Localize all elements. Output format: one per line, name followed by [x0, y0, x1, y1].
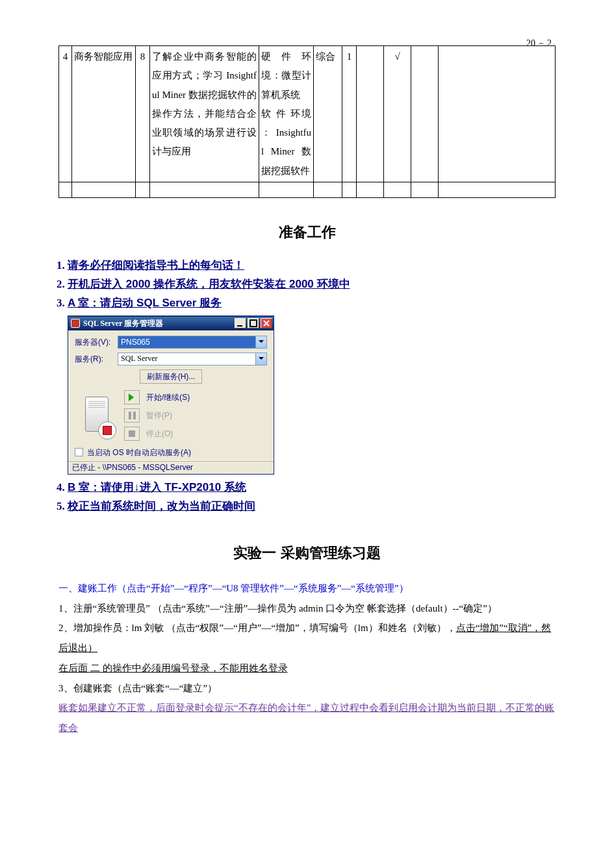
experiment-body: 一、建账工作（点击“开始”—“程序”—“U8 管理软件”—“系统服务”—“系统管… — [58, 578, 556, 738]
col-e: 硬 件 环境：微型计算机系统 软 件 环境 ： Insightful Miner… — [259, 46, 314, 182]
page: 20－2 4 商务智能应用 8 了解企业中商务智能的应用方式；学习 Insigh… — [0, 0, 614, 868]
service-combo[interactable] — [118, 353, 267, 366]
col-g — [342, 182, 357, 197]
start-button[interactable] — [124, 390, 140, 404]
step-3: 3、创建账套（点击“账套“—“建立”） — [58, 678, 556, 699]
stop-button — [124, 427, 140, 441]
col-d — [150, 182, 259, 197]
dialog-body: 服务器(V): PNS065 服务(R): — [68, 330, 274, 460]
col-f — [314, 182, 342, 197]
service-row: 服务(R): — [75, 353, 267, 366]
col-b — [72, 182, 136, 197]
col-i: √ — [384, 46, 411, 182]
prep-item-2-text: 开机后进入 2000 操作系统，用友软件安装在 2000 环境中 — [68, 278, 350, 290]
prep-item-3: A 室：请启动 SQL Server 服务 SQL Server 服务管理器 — [68, 295, 556, 475]
col-k — [439, 46, 556, 182]
server-tower-icon — [81, 395, 115, 438]
pause-label: 暂停(P) — [146, 410, 172, 421]
close-button[interactable] — [261, 318, 272, 329]
col-a — [59, 182, 72, 197]
prep-item-5-text: 校正当前系统时间，改为当前正确时间 — [68, 500, 255, 512]
prep-item-1: 请务必仔细阅读指导书上的每句话！ — [68, 258, 556, 273]
server-combo[interactable]: PNS065 — [118, 336, 267, 349]
col-i — [384, 182, 411, 197]
page-number: 20－2 — [526, 38, 552, 49]
service-label: 服务(R): — [75, 354, 118, 364]
col-e — [259, 182, 314, 197]
outline-table: 4 商务智能应用 8 了解企业中商务智能的应用方式；学习 Insightful … — [58, 45, 556, 198]
prep-list: 请务必仔细阅读指导书上的每句话！ 开机后进入 2000 操作系统，用友软件安装在… — [58, 258, 556, 514]
refresh-row: 刷新服务(H)... — [75, 369, 267, 384]
step-1: 一、建账工作（点击“开始”—“程序”—“U8 管理软件”—“系统服务”—“系统管… — [58, 578, 556, 599]
step-2a: 1、注册“系统管理员” （点击“系统”—“注册”—操作员为 admin 口令为空… — [58, 599, 556, 619]
col-c — [136, 182, 150, 197]
col-j — [411, 46, 439, 182]
app-icon — [71, 319, 80, 328]
prep-item-5: 校正当前系统时间，改为当前正确时间 — [68, 499, 556, 514]
section-title-exp: 实验一 采购管理练习题 — [58, 543, 556, 563]
prep-item-4: B 室：请使用↓进入 TF-XP2010 系统 — [68, 480, 556, 495]
chevron-down-icon[interactable] — [255, 336, 266, 348]
window-controls — [235, 318, 272, 329]
svg-rect-1 — [250, 320, 257, 327]
chevron-down-icon[interactable] — [255, 353, 266, 365]
pause-button — [124, 408, 140, 423]
step-2b: 2、增加操作员：lm 刘敏 （点击“权限”—“用户”—“增加”，填写编号（lm）… — [58, 618, 556, 658]
server-label: 服务器(V): — [75, 337, 118, 347]
dialog-titlebar[interactable]: SQL Server 服务管理器 — [68, 316, 274, 330]
autostart-label: 当启动 OS 时自动启动服务(A) — [87, 447, 191, 458]
col-a: 4 — [59, 46, 72, 182]
play-icon — [129, 393, 138, 401]
refresh-label: 刷新服务(H)... — [147, 371, 196, 382]
maximize-button[interactable] — [248, 318, 259, 329]
service-value[interactable] — [118, 353, 255, 365]
action-buttons: 开始/继续(S) 暂停(P) 停止(O) — [124, 390, 190, 441]
svg-rect-0 — [237, 325, 242, 327]
stop-label: 停止(O) — [146, 428, 173, 439]
autostart-row: 当启动 OS 时自动启动服务(A) — [75, 447, 267, 458]
server-row: 服务器(V): PNS065 — [75, 336, 267, 349]
section-title-prep: 准备工作 — [58, 223, 556, 242]
prep-item-1-text: 请务必仔细阅读指导书上的每句话！ — [68, 259, 244, 271]
sqlserver-dialog: SQL Server 服务管理器 — [68, 316, 274, 475]
page-number-b: 2 — [547, 38, 552, 48]
refresh-button[interactable]: 刷新服务(H)... — [140, 369, 203, 384]
col-f: 综合 — [314, 46, 342, 182]
step-2b-pre: 2、增加操作员：lm 刘敏 （点击“权限”—“用户”—“增加”，填写编号（lm）… — [58, 623, 456, 633]
col-k — [439, 182, 556, 197]
autostart-checkbox[interactable] — [75, 448, 83, 456]
col-g: 1 — [342, 46, 357, 182]
step-2c: 在后面 二 的操作中必须用编号登录，不能用姓名登录 — [58, 658, 556, 678]
server-value: PNS065 — [118, 336, 255, 348]
start-label: 开始/继续(S) — [146, 392, 190, 403]
minimize-button[interactable] — [235, 318, 246, 329]
pause-icon — [129, 412, 136, 419]
dialog-statusbar: 已停止 - \\PNS065 - MSSQLServer — [68, 460, 274, 474]
col-d: 了解企业中商务智能的应用方式；学习 Insightful Miner 数据挖掘软… — [150, 46, 259, 182]
col-h — [357, 182, 384, 197]
page-number-dash: － — [537, 38, 546, 48]
col-h — [357, 46, 384, 182]
prep-item-4-text: B 室：请使用↓进入 TF-XP2010 系统 — [68, 481, 246, 493]
page-number-a: 20 — [526, 38, 535, 48]
table-row: 4 商务智能应用 8 了解企业中商务智能的应用方式；学习 Insightful … — [59, 46, 556, 182]
prep-item-2: 开机后进入 2000 操作系统，用友软件安装在 2000 环境中 — [68, 277, 556, 291]
control-row: 开始/继续(S) 暂停(P) 停止(O) — [75, 390, 267, 441]
stop-icon — [129, 430, 135, 437]
col-c: 8 — [136, 46, 150, 182]
prep-item-3-text: A 室：请启动 SQL Server 服务 — [68, 297, 222, 309]
stopped-badge-icon — [98, 421, 116, 440]
step-4: 账套如果建立不正常，后面登录时会提示“不存在的会计年”，建立过程中会看到启用会计… — [58, 698, 556, 738]
table-row-empty — [59, 182, 556, 197]
col-j — [411, 182, 439, 197]
col-b: 商务智能应用 — [72, 46, 136, 182]
dialog-title: SQL Server 服务管理器 — [83, 318, 163, 329]
